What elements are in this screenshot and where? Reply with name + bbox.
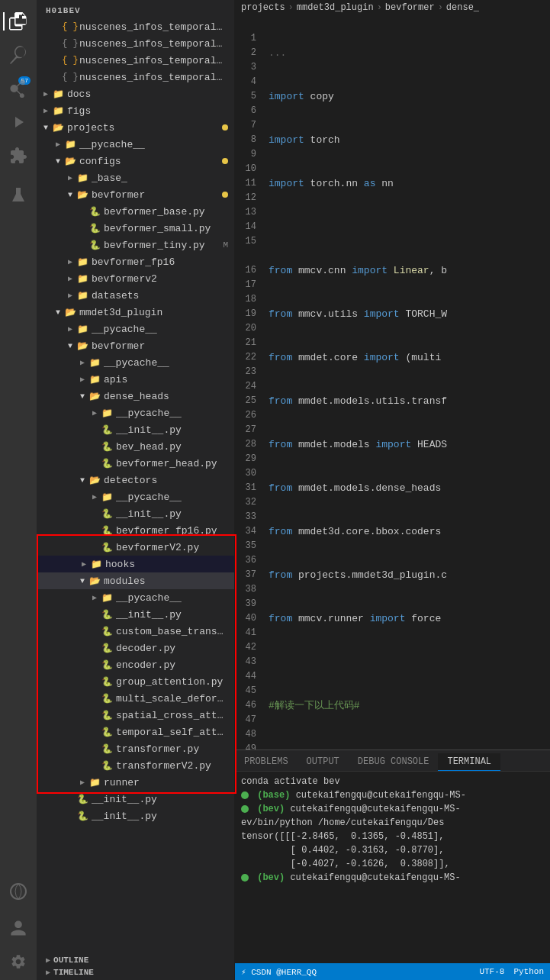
list-item[interactable]: ▶ 📁 hooks	[37, 556, 234, 572]
list-item[interactable]: ▼ 📂 detectors	[37, 472, 234, 488]
tab-debug-console[interactable]: DEBUG CONSOLE	[349, 753, 439, 771]
remote-icon[interactable]	[3, 876, 34, 907]
terminal-line: (base) cutekaifengqu@cutekaifengqu-MS-	[241, 788, 544, 802]
folder-arrow: ▶	[88, 491, 101, 503]
list-item[interactable]: ▶ 📁 __pycache__	[37, 589, 234, 606]
settings-icon[interactable]	[3, 946, 34, 977]
list-item[interactable]: 🐍 custom_base_transformer_layer.py	[37, 623, 234, 640]
terminal-content: conda activate bev (base) cutekaifengqu@…	[235, 772, 550, 963]
search-icon[interactable]	[3, 40, 34, 70]
list-item[interactable]: 🐍 temporal_self_attention.py	[37, 724, 234, 740]
tab-output[interactable]: OUTPUT	[298, 753, 349, 771]
no-arrow	[88, 726, 101, 738]
list-item[interactable]: 🐍 __init__.py	[37, 791, 234, 808]
list-item[interactable]: ▶ 📁 datasets	[37, 287, 234, 304]
list-item[interactable]: { } nuscenes_infos_temporal_val.pkl	[37, 69, 234, 85]
tab-terminal[interactable]: TERMINAL	[438, 753, 500, 771]
folder-arrow: ▼	[40, 121, 52, 134]
no-arrow	[76, 205, 88, 218]
list-item[interactable]: ▼ 📂 configs	[37, 153, 234, 169]
list-item[interactable]: 🐍 __init__.py	[37, 808, 234, 824]
list-item[interactable]: 🐍 spatial_cross_attention.py	[37, 707, 234, 724]
list-item[interactable]: 🐍 transformer.py	[37, 740, 234, 757]
file-icon: 🐍	[101, 508, 113, 520]
list-item[interactable]: 🐍 __init__.py	[37, 505, 234, 522]
timeline-section[interactable]: ▶ TIMELINE	[37, 968, 234, 980]
outline-section[interactable]: ▶ OUTLINE	[37, 953, 234, 968]
folder-icon: 📂	[64, 155, 76, 167]
no-arrow	[88, 424, 101, 436]
list-item[interactable]: { } nuscenes_infos_temporal_train.pkl	[37, 35, 234, 52]
list-item[interactable]: ▼ 📂 modules	[37, 572, 234, 589]
list-item[interactable]: ▼ 📂 mmdet3d_plugin	[37, 304, 234, 321]
list-item[interactable]: 🐍 decoder.py	[37, 640, 234, 656]
list-item[interactable]: 🐍 encoder.py	[37, 656, 234, 673]
list-item[interactable]: ▶ 📁 _base_	[37, 169, 234, 186]
file-label: group_attention.py	[116, 676, 228, 688]
file-label: multi_scale_deformable_attn_function.py	[116, 693, 228, 704]
list-item[interactable]: ▶ 📁 apis	[37, 371, 234, 388]
list-item[interactable]: ▶ 📁 __pycache__	[37, 488, 234, 505]
folder-arrow: ▶	[76, 776, 88, 788]
file-label: temporal_self_attention.py	[116, 727, 228, 738]
list-item[interactable]: 🐍 bev_head.py	[37, 438, 234, 455]
list-item[interactable]: 🐍 bevformer_fp16.py	[37, 522, 234, 539]
folder-arrow: ▶	[64, 256, 76, 268]
file-icon: 🐍	[101, 608, 113, 621]
list-item[interactable]: ▼ 📂 dense_heads	[37, 388, 234, 405]
svg-point-0	[11, 884, 26, 899]
list-item[interactable]: ▶ 📁 docs	[37, 85, 234, 102]
list-item[interactable]: 🐍 group_attention.py	[37, 673, 234, 690]
list-item[interactable]: 🐍 __init__.py	[37, 606, 234, 623]
list-item[interactable]: ▶ 📁 figs	[37, 102, 234, 119]
no-arrow	[88, 759, 101, 772]
list-item[interactable]: 🐍 bevformer_tiny.py M	[37, 237, 234, 253]
list-item[interactable]: { } nuscenes_infos_temporal_val_mono3d.c…	[37, 52, 234, 69]
list-item[interactable]: 🐍 bevformer_small.py	[37, 220, 234, 237]
folder-icon: 📁	[101, 592, 113, 604]
flask-icon[interactable]	[3, 180, 34, 211]
folder-label: hooks	[105, 559, 228, 570]
list-item[interactable]: 🐍 multi_scale_deformable_attn_function.p…	[37, 690, 234, 707]
folder-label: __pycache__	[92, 324, 228, 335]
list-item[interactable]: ▶ 📁 __pycache__	[37, 321, 234, 337]
list-item[interactable]: ▶ 📁 __pycache__	[37, 136, 234, 153]
folder-arrow: ▶	[88, 592, 101, 604]
folder-arrow: ▶	[76, 356, 88, 369]
file-icon: 🐍	[88, 205, 101, 218]
folder-icon: 📁	[88, 356, 101, 369]
outline-label: OUTLINE	[53, 956, 88, 965]
extensions-icon[interactable]	[3, 140, 34, 171]
file-label: nuscenes_infos_temporal_val.pkl	[79, 72, 228, 83]
source-control-icon[interactable]: 57	[3, 73, 34, 104]
list-item[interactable]: ▼ 📂 projects	[37, 119, 234, 136]
no-arrow	[88, 709, 101, 721]
list-item[interactable]: { } nuscenes_infos_temporal_train_mono3d…	[37, 18, 234, 35]
folder-icon: 📁	[76, 172, 88, 184]
files-icon[interactable]	[3, 6, 34, 37]
folder-arrow: ▼	[52, 306, 64, 318]
list-item[interactable]: 🐍 bevformer_head.py	[37, 455, 234, 472]
folder-icon: 📁	[88, 776, 101, 788]
list-item[interactable]: ▶ 📁 runner	[37, 774, 234, 791]
list-item[interactable]: 🐍 __init__.py	[37, 421, 234, 438]
tab-problems[interactable]: PROBLEMS	[235, 753, 298, 771]
list-item[interactable]: ▶ 📁 bevformer_fp16	[37, 253, 234, 270]
file-icon: 🐍	[101, 524, 113, 537]
list-item[interactable]: 🐍 bevformerV2.py	[37, 539, 234, 556]
file-icon: 🐍	[101, 692, 113, 704]
list-item[interactable]: ▼ 📂 bevformer	[37, 337, 234, 354]
list-item[interactable]: 🐍 transformerV2.py	[37, 757, 234, 774]
account-icon[interactable]	[3, 913, 34, 943]
run-icon[interactable]	[3, 107, 34, 137]
folder-arrow: ▶	[78, 558, 90, 570]
file-label: __init__.py	[116, 508, 228, 520]
folder-label: bevformer	[92, 340, 228, 352]
folder-arrow: ▶	[76, 373, 88, 385]
list-item[interactable]: ▶ 📁 bevformerv2	[37, 270, 234, 287]
folder-icon: 📁	[76, 289, 88, 301]
list-item[interactable]: ▶ 📁 __pycache__	[37, 354, 234, 371]
list-item[interactable]: 🐍 bevformer_base.py	[37, 203, 234, 220]
list-item[interactable]: ▼ 📂 bevformer	[37, 186, 234, 203]
list-item[interactable]: ▶ 📁 __pycache__	[37, 405, 234, 421]
